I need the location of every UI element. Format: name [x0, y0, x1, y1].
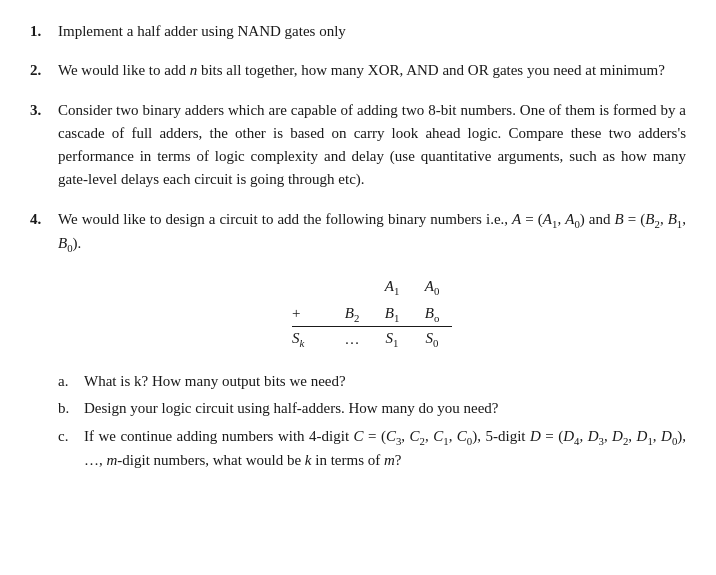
question-3: 3. Consider two binary adders which are … [30, 99, 686, 192]
q3-number: 3. [30, 99, 58, 192]
table-result-row: Sk … S1 S0 [292, 327, 452, 352]
sub-a-label: a. [58, 370, 84, 393]
sub-q-a: a. What is k? How many output bits we ne… [58, 370, 686, 393]
question-1: 1. Implement a half adder using NAND gat… [30, 20, 686, 43]
q4-number: 4. [30, 208, 58, 477]
sub-b-label: b. [58, 397, 84, 420]
q1-text: Implement a half adder using NAND gates … [58, 20, 686, 43]
q2-text: We would like to add n bits all together… [58, 59, 686, 82]
sub-q-b: b. Design your logic circuit using half-… [58, 397, 686, 420]
q2-number: 2. [30, 59, 58, 82]
table-header-row: A1 A0 [292, 275, 452, 302]
question-2: 2. We would like to add n bits all toget… [30, 59, 686, 82]
q4-content: We would like to design a circuit to add… [58, 208, 686, 477]
q1-number: 1. [30, 20, 58, 43]
sub-q-c: c. If we continue adding numbers with 4-… [58, 425, 686, 473]
sub-a-text: What is k? How many output bits we need? [84, 370, 686, 393]
q4-intro: We would like to design a circuit to add… [58, 211, 686, 252]
question-4: 4. We would like to design a circuit to … [30, 208, 686, 477]
sub-b-text: Design your logic circuit using half-add… [84, 397, 686, 420]
addition-table: A1 A0 + B2 B1 Bo Sk … S1 [58, 275, 686, 352]
sub-c-text: If we continue adding numbers with 4-dig… [84, 425, 686, 473]
table-operand-row: + B2 B1 Bo [292, 302, 452, 327]
main-content: 1. Implement a half adder using NAND gat… [30, 20, 686, 477]
sub-questions: a. What is k? How many output bits we ne… [58, 370, 686, 472]
sub-c-label: c. [58, 425, 84, 473]
q3-text: Consider two binary adders which are cap… [58, 99, 686, 192]
